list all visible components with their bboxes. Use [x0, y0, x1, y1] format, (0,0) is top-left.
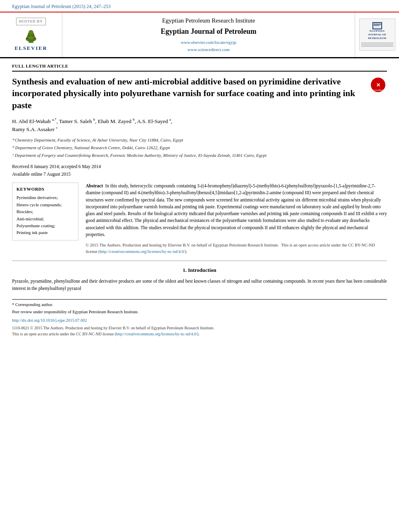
hosted-by-label: HOSTED BY: [16, 18, 45, 25]
svg-rect-12: [374, 24, 381, 24]
abstract-label: Abstract: [86, 183, 103, 188]
keywords-title: KEYWORDS: [16, 186, 74, 192]
svg-rect-14: [374, 25, 379, 26]
journal-citation: Egyptian Journal of Petroleum (2015) 24,…: [0, 0, 399, 12]
keywords-box: KEYWORDS Pyrimidine derivatives; Hetero …: [12, 183, 78, 240]
elsevier-logo-area: HOSTED BY: [0, 12, 62, 57]
corresponding-author-note: * Corresponding author.: [12, 302, 387, 308]
keyword-2: Hetero cycle compounds;: [16, 202, 74, 208]
main-content: FULL LENGTH ARTICLE Synthesis and evalua…: [0, 58, 399, 345]
bottom-license-text: This is an open access article under the…: [12, 332, 200, 336]
article-title-area: Synthesis and evaluation of new anti-mic…: [12, 76, 387, 111]
intro-text: Pyrazole, pyramidine, phenylsulfone and …: [12, 278, 387, 292]
url2[interactable]: www.sciencedirect.com: [181, 46, 237, 53]
affiliation-a: ᵃ Chemistry Department, Faculty of Scien…: [12, 137, 387, 144]
affiliation-c: ᶜ Department of Forgery and Counterfeiti…: [12, 152, 387, 159]
section-divider: [12, 261, 387, 261]
available-online: Available online 7 August 2015: [12, 170, 387, 178]
journal-title: Egyptian Journal of Petroleum: [160, 27, 256, 37]
elsevier-wordmark: ELSEVIER: [14, 45, 47, 52]
article-title: Synthesis and evaluation of new anti-mic…: [12, 76, 365, 111]
intro-title: Introduction: [188, 267, 216, 273]
intro-section-title: 1. Introduction: [12, 267, 387, 274]
svg-rect-13: [374, 25, 381, 25]
affiliations: ᵃ Chemistry Department, Faculty of Scien…: [12, 137, 387, 159]
doi-link[interactable]: http://dx.doi.org/10.1016/j.ejpe.2015.07…: [12, 318, 387, 324]
bottom-license-link[interactable]: http://creativecommons.org/licenses/by-n…: [116, 332, 197, 336]
peer-review-note: Peer review under responsibility of Egyp…: [12, 309, 387, 315]
bottom-copyright: 1110-0621 © 2015 The Authors. Production…: [12, 325, 387, 331]
journal-citation-text: Egyptian Journal of Petroleum (2015) 24,…: [12, 4, 111, 9]
svg-text:✕: ✕: [376, 82, 380, 88]
keywords-column: KEYWORDS Pyrimidine derivatives; Hetero …: [12, 183, 78, 255]
svg-point-9: [33, 35, 34, 37]
abstract-text: In this study, heterocyclic compounds co…: [86, 183, 387, 237]
svg-point-8: [28, 35, 29, 37]
journal-header: HOSTED BY: [0, 12, 399, 58]
received-date: Received 8 January 2014; accepted 6 May …: [12, 163, 387, 170]
cover-icon: [372, 22, 382, 29]
svg-text:CrossMark: CrossMark: [372, 89, 384, 91]
institute-name: Egyptian Petroleum Research Institute: [162, 16, 255, 25]
journal-urls: www.elsevier.com/locate/egyjp www.scienc…: [181, 39, 237, 53]
keywords-abstract-area: KEYWORDS Pyrimidine derivatives; Hetero …: [12, 183, 387, 255]
keyword-5: Polyurethane coating;: [16, 223, 74, 229]
svg-point-5: [29, 30, 33, 34]
svg-point-6: [27, 37, 28, 39]
journal-name-area: Egyptian Petroleum Research Institute Eg…: [62, 12, 355, 57]
journal-cover-area: EGYPTIANJOURNAL OFPETROLEUM: [355, 12, 399, 57]
dates-area: Received 8 January 2014; accepted 6 May …: [12, 163, 387, 178]
footnote-area: * Corresponding author. Peer review unde…: [12, 299, 387, 337]
abstract-block: AbstractIn this study, heterocyclic comp…: [86, 183, 387, 238]
abstract-column: AbstractIn this study, heterocyclic comp…: [86, 183, 387, 255]
copyright-link[interactable]: http://creativecommons.org/licenses/by-n…: [100, 249, 185, 254]
article-type-label: FULL LENGTH ARTICLE: [12, 63, 387, 71]
keyword-3: Biocides;: [16, 209, 74, 215]
elsevier-logo-box: ELSEVIER: [9, 28, 53, 52]
crossmark-area[interactable]: ✕ CrossMark: [369, 77, 387, 92]
keyword-4: Anti-microbial;: [16, 216, 74, 222]
url1[interactable]: www.elsevier.com/locate/egyjp: [181, 39, 237, 46]
authors-line: H. Abd El-Wahab a,*, Tamer S. Saleh b, E…: [12, 117, 387, 134]
elsevier-tree-icon: [17, 28, 45, 44]
cover-lines: [361, 42, 393, 47]
doi-text: http://dx.doi.org/10.1016/j.ejpe.2015.07…: [12, 318, 87, 322]
page: Egyptian Journal of Petroleum (2015) 24,…: [0, 0, 399, 532]
crossmark-icon: ✕ CrossMark: [370, 77, 386, 92]
cover-title: EGYPTIANJOURNAL OFPETROLEUM: [368, 29, 386, 40]
keyword-6: Printing ink paste: [16, 230, 74, 236]
svg-point-7: [34, 37, 35, 39]
intro-section-number: 1.: [183, 267, 187, 273]
copyright-text: © 2015 The Authors. Production and hosti…: [86, 242, 387, 255]
journal-cover-thumbnail: EGYPTIANJOURNAL OFPETROLEUM: [359, 18, 395, 51]
keyword-1: Pyrimidine derivatives;: [16, 195, 74, 201]
affiliation-b: ᵇ Department of Green Chemistry, Nationa…: [12, 144, 387, 151]
copyright-main: © 2015 The Authors. Production and hosti…: [86, 243, 375, 254]
bottom-license: This is an open access article under the…: [12, 331, 387, 337]
